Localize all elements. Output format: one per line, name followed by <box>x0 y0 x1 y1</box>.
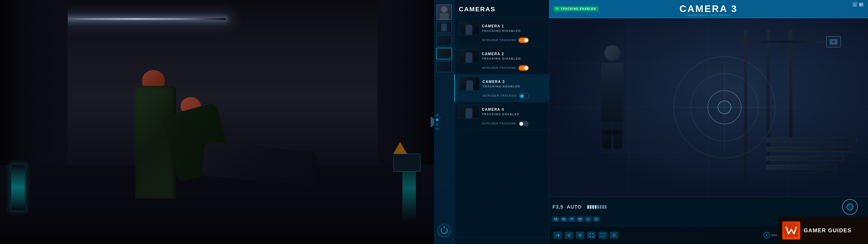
svg-rect-3 <box>554 218 555 219</box>
target-reticle <box>668 51 781 164</box>
camera2-thumbnail <box>459 49 479 63</box>
cameras-header: CAMERAS <box>454 0 549 17</box>
camera1-info: CAMERA 1 TRACKING DISABLED <box>482 24 545 32</box>
svg-rect-23 <box>579 220 580 220</box>
svg-rect-20 <box>573 219 574 220</box>
characters-group <box>68 40 339 199</box>
cam-header-icons <box>852 2 864 7</box>
exposure-bar-4 <box>595 205 596 209</box>
svg-rect-18 <box>571 219 572 220</box>
cameras-title: CAMERAS <box>459 6 545 13</box>
camera2-toggle-knob <box>524 66 528 70</box>
tracking-badge-text: TRACKING ENABLED <box>561 7 596 10</box>
tracking-dot <box>556 7 558 10</box>
sidebar-avatar <box>436 4 452 20</box>
camera2-intruder-label: INTRUDER TRACKING <box>482 66 516 70</box>
camera4-name: CAMERA 4 <box>482 108 545 112</box>
camera1-toggle-knob <box>524 38 528 42</box>
camera3-header: CAMERA 3 TRACKING ENABLED <box>460 77 545 90</box>
nav-arrow-right[interactable] <box>554 232 561 239</box>
stair-4 <box>767 165 836 169</box>
camera4-toggle[interactable] <box>519 121 529 126</box>
svg-rect-24 <box>580 220 582 220</box>
ctrl-icon-3[interactable] <box>569 217 575 222</box>
exposure-bars <box>587 205 607 209</box>
svg-rect-19 <box>572 219 573 220</box>
arrow-indicator <box>431 116 434 128</box>
nav-dot-1[interactable] <box>436 114 438 116</box>
exposure-bar-8 <box>604 205 607 209</box>
ctrl-icon-4[interactable] <box>577 217 583 222</box>
svg-point-30 <box>614 236 614 236</box>
nav-settings-icon[interactable] <box>576 232 584 239</box>
exposure-bar-6 <box>600 205 601 209</box>
ctrl-icon-1[interactable] <box>553 217 559 222</box>
cam-view-header: TRACKING ENABLED CAMERA 3 2006x82/1856x2… <box>549 0 868 18</box>
camera1-intruder-label: INTRUDER TRACKING <box>482 38 516 42</box>
sidebar-camera3-thumb[interactable] <box>436 48 452 59</box>
feed-person <box>594 45 630 131</box>
svg-rect-1 <box>860 4 862 5</box>
ui-overlay: CAMERAS CAMERA 1 <box>434 0 868 244</box>
svg-rect-22 <box>580 218 582 219</box>
cameras-panel: CAMERAS CAMERA 1 <box>454 0 549 244</box>
nav-lock-icon[interactable] <box>610 232 618 239</box>
camera1-item[interactable]: CAMERA 1 TRACKING DISABLED INTRUDER TRAC… <box>454 19 549 47</box>
camera4-intruder-row: INTRUDER TRACKING <box>459 120 545 127</box>
camera3-info: CAMERA 3 TRACKING ENABLED <box>483 80 545 88</box>
feed-cam-icon-inner <box>830 39 838 45</box>
sidebar-camera1-thumb[interactable] <box>436 22 452 33</box>
camera3-intruder-row: INTRUDER TRACKING <box>460 92 545 99</box>
cameras-list[interactable]: CAMERA 1 TRACKING DISABLED INTRUDER TRAC… <box>454 17 549 237</box>
camera3-toggle[interactable] <box>519 93 529 98</box>
ctrl-icon-6[interactable] <box>593 217 599 222</box>
camera-main-view: TRACKING ENABLED CAMERA 3 2006x82/1856x2… <box>549 0 868 244</box>
svg-rect-2 <box>863 4 863 5</box>
nav-dot-2[interactable] <box>436 118 438 121</box>
camera4-header: CAMERA 4 TRACKING ENABLED <box>459 105 545 118</box>
cam4-thumb-person <box>466 108 472 118</box>
sidebar-camera4-thumb[interactable] <box>436 61 452 72</box>
nav-dot-4[interactable] <box>436 128 438 130</box>
ctrl-icon-2[interactable] <box>561 217 567 222</box>
nav-wifi-icon[interactable] <box>565 232 573 239</box>
camera1-status: TRACKING DISABLED <box>482 29 545 32</box>
focal-length-display: F3,5 <box>553 204 563 210</box>
avatar-figure <box>439 6 449 19</box>
camera2-thumb-content <box>459 50 479 62</box>
svg-rect-15 <box>572 218 573 218</box>
wifi-icon <box>852 2 857 7</box>
wall-screen <box>393 154 421 172</box>
camera2-header: CAMERA 2 TRACKING DISABLED <box>459 49 545 63</box>
camera2-intruder-row: INTRUDER TRACKING <box>459 64 545 72</box>
feed-person-shadow <box>596 129 628 136</box>
camera1-thumb-content <box>459 22 479 35</box>
feed-cam-lens <box>832 40 836 44</box>
move-selection-btn[interactable]: L <box>764 232 770 239</box>
sidebar-camera2-thumb[interactable] <box>436 35 452 46</box>
nav-fullscreen-icon[interactable] <box>587 232 595 239</box>
camera3-item[interactable]: CAMERA 3 TRACKING ENABLED INTRUDER TRACK… <box>454 74 549 102</box>
camera4-thumb-content <box>459 105 479 118</box>
exposure-bar-7 <box>602 205 604 209</box>
power-button[interactable] <box>437 224 451 237</box>
nav-dot-3[interactable] <box>436 123 438 126</box>
gamer-guides-icon <box>782 221 800 240</box>
svg-rect-14 <box>571 218 572 218</box>
ctrl-icon-5[interactable] <box>585 217 591 222</box>
camera1-toggle[interactable] <box>519 38 529 43</box>
svg-rect-4 <box>554 219 555 220</box>
exposure-bar-2 <box>590 205 592 209</box>
exposure-bar-3 <box>592 205 594 209</box>
camera2-item[interactable]: CAMERA 2 TRACKING DISABLED INTRUDER TRAC… <box>454 47 549 74</box>
camera4-thumbnail <box>459 105 479 118</box>
camera3-intruder-label: INTRUDER TRACKING <box>483 94 517 98</box>
svg-rect-9 <box>564 218 565 219</box>
game-scene <box>0 0 434 244</box>
svg-rect-13 <box>570 218 571 218</box>
camera4-item[interactable]: CAMERA 4 TRACKING ENABLED INTRUDER TRACK… <box>454 102 549 130</box>
zoom-wheel[interactable] <box>842 199 858 215</box>
camera2-toggle[interactable] <box>519 65 529 71</box>
nav-expand-icon[interactable] <box>599 232 607 239</box>
gamer-guides-text: GAMER GUIDES <box>804 227 851 234</box>
